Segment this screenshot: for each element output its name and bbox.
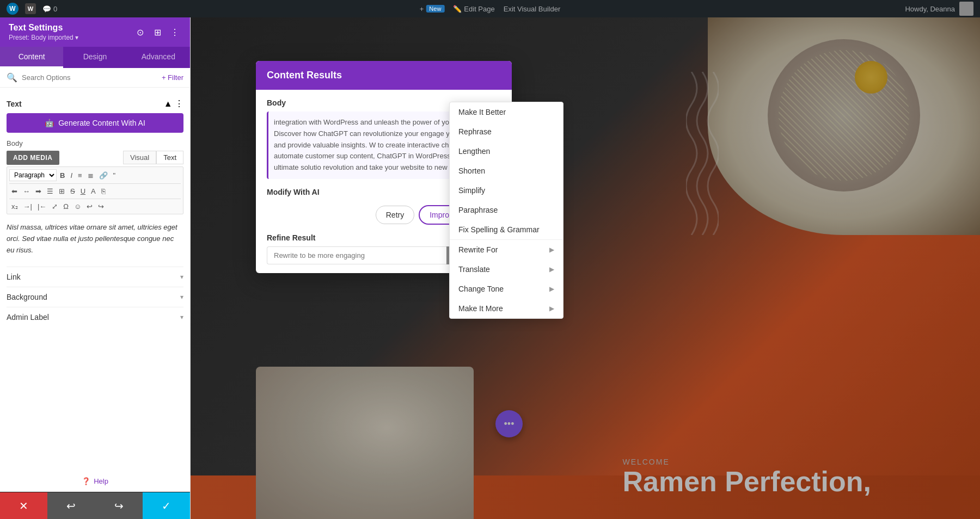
menu-item-make-it-more[interactable]: Make It More ▶ (450, 299, 563, 318)
admin-label-section-header[interactable]: Admin Label ▾ (7, 313, 183, 322)
outdent-button[interactable]: |← (35, 201, 48, 212)
undo-editor-button[interactable]: ↩ (84, 201, 95, 212)
menu-item-lengthen[interactable]: Lengthen (450, 141, 563, 161)
align-left-button[interactable]: ⬅ (9, 186, 20, 196)
text-section-title: Text (7, 100, 22, 108)
user-avatar[interactable] (959, 2, 973, 16)
background-arrow: ▾ (180, 293, 183, 301)
add-media-button[interactable]: ADD MEDIA (7, 151, 59, 165)
save-button[interactable]: ✓ (143, 492, 190, 519)
redo-editor-button[interactable]: ↪ (96, 201, 106, 212)
menu-item-paraphrase[interactable]: Paraphrase (450, 200, 563, 220)
menu-item-shorten[interactable]: Shorten (450, 161, 563, 181)
admin-label-title: Admin Label (7, 313, 49, 322)
underline-button[interactable]: U (78, 186, 88, 196)
body-label: Body (7, 139, 183, 147)
sidebar-header: Text Settings Preset: Body imported ▾ ⊙ … (0, 17, 190, 47)
link-button[interactable]: 🔗 (97, 170, 110, 181)
cancel-button[interactable]: ✕ (0, 492, 47, 519)
comment-icon[interactable]: 💬 0 (42, 5, 57, 13)
redo-button[interactable]: ↪ (95, 492, 143, 519)
special-char-button[interactable]: Ω (61, 201, 71, 212)
new-badge: New (426, 5, 444, 13)
help-button[interactable]: ❓ Help (0, 471, 190, 492)
retry-button[interactable]: Retry (376, 206, 414, 224)
menu-item-make-it-better[interactable]: Make It Better (450, 102, 563, 122)
editor-tabs: Visual Text (123, 151, 183, 164)
ai-icon: 🤖 (45, 119, 54, 127)
tab-advanced[interactable]: Advanced (127, 47, 190, 68)
sidebar-tabs: Content Design Advanced (0, 47, 190, 68)
background-section: Background ▾ (7, 287, 183, 307)
indent-button[interactable]: →| (21, 201, 34, 212)
align-center-button[interactable]: ↔ (21, 186, 32, 196)
text-section-toggle: ▲ ⋮ (164, 98, 183, 109)
italic-button[interactable]: I (68, 170, 75, 181)
paste-button[interactable]: ⎘ (99, 186, 108, 196)
wordpress-icon[interactable]: W (7, 3, 19, 15)
edit-page-link[interactable]: ✏️ Edit Page (453, 5, 494, 13)
bottom-bar: ✕ ↩ ↪ ✓ (0, 492, 190, 519)
sidebar-preset[interactable]: Preset: Body imported ▾ (9, 34, 78, 41)
undo-button[interactable]: ↩ (47, 492, 95, 519)
sidebar-title: Text Settings (9, 23, 78, 33)
fullscreen-button[interactable]: ⤢ (50, 201, 60, 212)
columns-icon[interactable]: ⊞ (151, 26, 164, 39)
subscript-button[interactable]: x₂ (9, 201, 20, 212)
link-section-header[interactable]: Link ▾ (7, 273, 183, 281)
divi-icon[interactable]: W (25, 3, 36, 14)
top-bar: W W 💬 0 + New ✏️ Edit Page Exit Visual B… (0, 0, 980, 17)
color-button[interactable]: A (89, 186, 98, 196)
main-layout: Text Settings Preset: Body imported ▾ ⊙ … (0, 17, 980, 519)
paragraph-select[interactable]: Paragraph (9, 169, 57, 181)
align-right-button[interactable]: ➡ (33, 186, 44, 196)
menu-item-fix-spelling[interactable]: Fix Spelling & Grammar (450, 220, 563, 239)
tab-text[interactable]: Text (156, 151, 183, 164)
generate-content-button[interactable]: 🤖 Generate Content With AI (7, 113, 183, 133)
menu-item-simplify[interactable]: Simplify (450, 181, 563, 200)
menu-item-rewrite-for[interactable]: Rewrite For ▶ (450, 240, 563, 260)
table-button[interactable]: ⊞ (57, 186, 67, 196)
modal-header: Content Results (256, 61, 512, 90)
editor-toolbar: Paragraph B I ≡ ≣ 🔗 " ⬅ ↔ ➡ ☰ ⊞ S U A (7, 166, 183, 214)
settings-icon[interactable]: ⊙ (133, 26, 146, 39)
improve-dropdown-menu: Make It Better Rephrase Lengthen Shorten… (449, 102, 564, 319)
text-section-header[interactable]: Text ▲ ⋮ (7, 94, 183, 113)
quote-button[interactable]: " (111, 170, 118, 181)
menu-item-translate[interactable]: Translate ▶ (450, 260, 563, 279)
chevron-right-icon: ▶ (549, 246, 554, 254)
background-section-header[interactable]: Background ▾ (7, 293, 183, 301)
strikethrough-button[interactable]: S (68, 186, 77, 196)
chevron-right-icon-2: ▶ (549, 265, 554, 273)
tab-design[interactable]: Design (63, 47, 126, 68)
refine-input[interactable] (267, 246, 446, 264)
more-icon[interactable]: ⋮ (168, 26, 181, 39)
chevron-right-icon-4: ▶ (549, 305, 554, 312)
filter-button[interactable]: + Filter (162, 73, 183, 82)
bold-button[interactable]: B (58, 170, 67, 181)
search-bar: 🔍 + Filter (0, 68, 190, 88)
tab-content[interactable]: Content (0, 47, 63, 68)
exit-builder-link[interactable]: Exit Visual Builder (504, 5, 561, 13)
ordered-list-button[interactable]: ≣ (85, 170, 96, 181)
new-link[interactable]: + New (420, 5, 445, 13)
chevron-right-icon-3: ▶ (549, 285, 554, 293)
link-title: Link (7, 273, 21, 281)
link-section: Link ▾ (7, 267, 183, 287)
align-justify-button[interactable]: ☰ (45, 186, 56, 196)
sidebar-content: Text ▲ ⋮ 🤖 Generate Content With AI Body… (0, 88, 190, 471)
menu-item-rephrase[interactable]: Rephrase (450, 122, 563, 141)
tab-visual[interactable]: Visual (123, 151, 156, 164)
search-input[interactable] (22, 73, 157, 82)
link-arrow: ▾ (180, 273, 183, 281)
unordered-list-button[interactable]: ≡ (76, 170, 84, 181)
body-section: Body ADD MEDIA Visual Text Paragraph B I… (7, 139, 183, 260)
howdy-text: Howdy, Deanna (905, 5, 955, 13)
emoji-button[interactable]: ☺ (72, 201, 83, 212)
main-content: WELCOME Ramen Perfection, ••• Content Re… (191, 17, 980, 519)
body-text-content: Nisl massa, ultrices vitae ornare sit am… (7, 218, 183, 260)
menu-item-change-tone[interactable]: Change Tone ▶ (450, 279, 563, 299)
sidebar: Text Settings Preset: Body imported ▾ ⊙ … (0, 17, 191, 519)
admin-label-arrow: ▾ (180, 313, 183, 321)
search-icon: 🔍 (7, 72, 17, 83)
